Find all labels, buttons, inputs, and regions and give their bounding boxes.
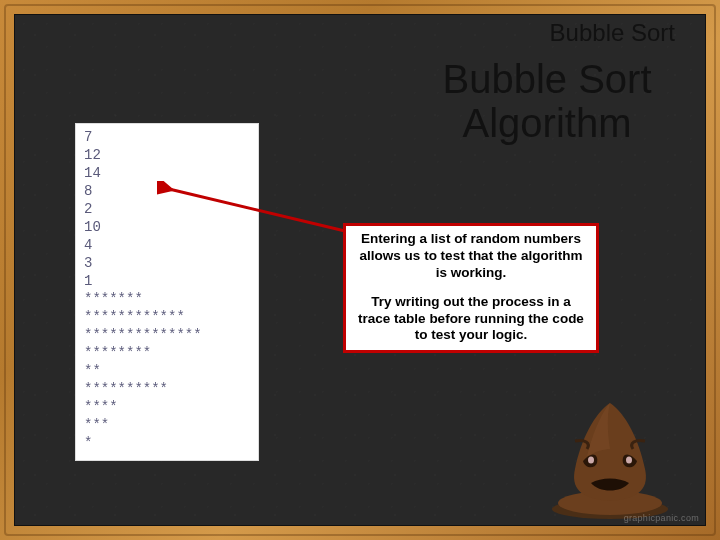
callout-box: Entering a list of random numbers allows… bbox=[343, 223, 599, 353]
watermark: graphicpanic.com bbox=[624, 513, 699, 523]
wooden-frame: Bubble Sort Bubble Sort Algorithm 7 12 1… bbox=[0, 0, 720, 540]
callout-paragraph-2: Try writing out the process in a trace t… bbox=[356, 294, 586, 345]
callout-paragraph-1: Entering a list of random numbers allows… bbox=[356, 231, 586, 282]
chalkboard: Bubble Sort Bubble Sort Algorithm 7 12 1… bbox=[14, 14, 706, 526]
page-header-title: Bubble Sort bbox=[550, 19, 675, 47]
svg-point-3 bbox=[588, 457, 594, 464]
main-title: Bubble Sort Algorithm bbox=[417, 57, 677, 145]
svg-point-4 bbox=[626, 457, 632, 464]
sorting-hat-icon bbox=[545, 391, 675, 521]
output-panel: 7 12 14 8 2 10 4 3 1 ******* ***********… bbox=[75, 123, 259, 461]
